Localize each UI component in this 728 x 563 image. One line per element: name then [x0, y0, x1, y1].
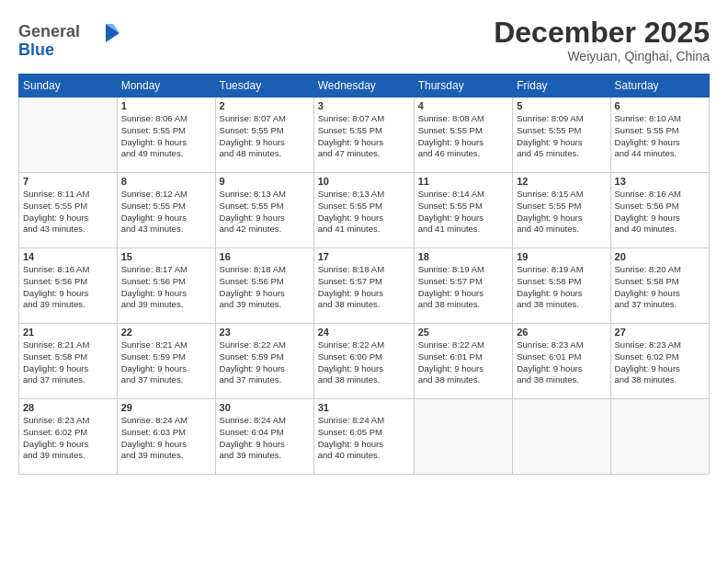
day-info: Sunrise: 8:16 AM Sunset: 5:56 PM Dayligh… [23, 264, 113, 311]
day-number: 9 [220, 176, 310, 187]
weekday-header: Tuesday [215, 75, 313, 98]
calendar-cell: 26 Sunrise: 8:23 AM Sunset: 6:01 PM Dayl… [513, 324, 610, 399]
day-number: 27 [615, 327, 705, 338]
day-number: 3 [318, 100, 410, 111]
day-info: Sunrise: 8:07 AM Sunset: 5:55 PM Dayligh… [220, 113, 310, 160]
day-info: Sunrise: 8:07 AM Sunset: 5:55 PM Dayligh… [318, 113, 410, 160]
calendar-cell: 5 Sunrise: 8:09 AM Sunset: 5:55 PM Dayli… [513, 98, 610, 173]
svg-text:Blue: Blue [18, 40, 54, 59]
calendar-cell: 14 Sunrise: 8:16 AM Sunset: 5:56 PM Dayl… [19, 248, 118, 324]
day-number: 26 [517, 327, 606, 338]
calendar-cell: 22 Sunrise: 8:21 AM Sunset: 5:59 PM Dayl… [117, 324, 215, 399]
day-number: 4 [418, 100, 509, 111]
calendar-cell: 17 Sunrise: 8:18 AM Sunset: 5:57 PM Dayl… [313, 248, 414, 324]
calendar-cell: 21 Sunrise: 8:21 AM Sunset: 5:58 PM Dayl… [19, 324, 118, 399]
day-info: Sunrise: 8:24 AM Sunset: 6:03 PM Dayligh… [121, 415, 211, 462]
calendar-cell: 13 Sunrise: 8:16 AM Sunset: 5:56 PM Dayl… [610, 173, 709, 248]
day-info: Sunrise: 8:19 AM Sunset: 5:58 PM Dayligh… [517, 264, 606, 311]
header: General Blue December 2025 Weiyuan, Qing… [18, 17, 710, 64]
day-info: Sunrise: 8:20 AM Sunset: 5:58 PM Dayligh… [615, 264, 705, 311]
calendar-cell: 11 Sunrise: 8:14 AM Sunset: 5:55 PM Dayl… [414, 173, 513, 248]
day-info: Sunrise: 8:23 AM Sunset: 6:02 PM Dayligh… [615, 339, 705, 386]
day-number: 22 [121, 327, 211, 338]
day-info: Sunrise: 8:06 AM Sunset: 5:55 PM Dayligh… [121, 113, 211, 160]
calendar-cell: 20 Sunrise: 8:20 AM Sunset: 5:58 PM Dayl… [610, 248, 709, 324]
day-number: 17 [318, 251, 410, 262]
day-number: 2 [220, 100, 310, 111]
day-number: 19 [517, 251, 606, 262]
day-number: 13 [615, 176, 705, 187]
weekday-header: Wednesday [313, 75, 414, 98]
calendar-cell: 28 Sunrise: 8:23 AM Sunset: 6:02 PM Dayl… [19, 399, 118, 475]
day-info: Sunrise: 8:16 AM Sunset: 5:56 PM Dayligh… [615, 189, 705, 236]
day-info: Sunrise: 8:13 AM Sunset: 5:55 PM Dayligh… [220, 189, 310, 236]
day-info: Sunrise: 8:23 AM Sunset: 6:02 PM Dayligh… [23, 415, 113, 462]
day-info: Sunrise: 8:14 AM Sunset: 5:55 PM Dayligh… [418, 189, 509, 236]
day-info: Sunrise: 8:10 AM Sunset: 5:55 PM Dayligh… [615, 113, 705, 160]
calendar-week-row: 1 Sunrise: 8:06 AM Sunset: 5:55 PM Dayli… [19, 98, 710, 173]
day-info: Sunrise: 8:19 AM Sunset: 5:57 PM Dayligh… [418, 264, 509, 311]
day-number: 15 [121, 251, 211, 262]
calendar-cell: 24 Sunrise: 8:22 AM Sunset: 6:00 PM Dayl… [313, 324, 414, 399]
calendar-cell [19, 98, 118, 173]
title-block: December 2025 Weiyuan, Qinghai, China [494, 17, 710, 63]
day-number: 23 [220, 327, 310, 338]
calendar-cell: 30 Sunrise: 8:24 AM Sunset: 6:04 PM Dayl… [215, 399, 313, 475]
day-info: Sunrise: 8:21 AM Sunset: 5:58 PM Dayligh… [23, 339, 113, 386]
calendar-cell: 9 Sunrise: 8:13 AM Sunset: 5:55 PM Dayli… [215, 173, 313, 248]
day-info: Sunrise: 8:23 AM Sunset: 6:01 PM Dayligh… [517, 339, 606, 386]
calendar-cell: 1 Sunrise: 8:06 AM Sunset: 5:55 PM Dayli… [117, 98, 215, 173]
day-info: Sunrise: 8:22 AM Sunset: 6:01 PM Dayligh… [418, 339, 509, 386]
calendar-cell: 19 Sunrise: 8:19 AM Sunset: 5:58 PM Dayl… [513, 248, 610, 324]
calendar-week-row: 28 Sunrise: 8:23 AM Sunset: 6:02 PM Dayl… [19, 399, 710, 475]
day-number: 16 [220, 251, 310, 262]
day-number: 29 [121, 402, 211, 413]
day-number: 1 [121, 100, 211, 111]
calendar-cell: 10 Sunrise: 8:13 AM Sunset: 5:55 PM Dayl… [313, 173, 414, 248]
calendar-body: 1 Sunrise: 8:06 AM Sunset: 5:55 PM Dayli… [19, 98, 710, 475]
location-subtitle: Weiyuan, Qinghai, China [494, 49, 710, 63]
calendar-cell: 15 Sunrise: 8:17 AM Sunset: 5:56 PM Dayl… [117, 248, 215, 324]
day-info: Sunrise: 8:18 AM Sunset: 5:56 PM Dayligh… [220, 264, 310, 311]
day-number: 14 [23, 251, 113, 262]
day-number: 31 [318, 402, 410, 413]
day-info: Sunrise: 8:13 AM Sunset: 5:55 PM Dayligh… [318, 189, 410, 236]
svg-text:General: General [18, 22, 80, 40]
day-info: Sunrise: 8:15 AM Sunset: 5:55 PM Dayligh… [517, 189, 606, 236]
day-info: Sunrise: 8:09 AM Sunset: 5:55 PM Dayligh… [517, 113, 606, 160]
calendar-week-row: 7 Sunrise: 8:11 AM Sunset: 5:55 PM Dayli… [19, 173, 710, 248]
calendar-cell: 25 Sunrise: 8:22 AM Sunset: 6:01 PM Dayl… [414, 324, 513, 399]
calendar-cell: 4 Sunrise: 8:08 AM Sunset: 5:55 PM Dayli… [414, 98, 513, 173]
calendar-cell: 8 Sunrise: 8:12 AM Sunset: 5:55 PM Dayli… [117, 173, 215, 248]
calendar-cell: 16 Sunrise: 8:18 AM Sunset: 5:56 PM Dayl… [215, 248, 313, 324]
calendar-table: SundayMondayTuesdayWednesdayThursdayFrid… [18, 74, 710, 475]
weekday-header: Sunday [19, 75, 118, 98]
calendar-cell: 3 Sunrise: 8:07 AM Sunset: 5:55 PM Dayli… [313, 98, 414, 173]
day-number: 30 [220, 402, 310, 413]
day-number: 18 [418, 251, 509, 262]
day-number: 5 [517, 100, 606, 111]
day-info: Sunrise: 8:22 AM Sunset: 5:59 PM Dayligh… [220, 339, 310, 386]
calendar-cell: 12 Sunrise: 8:15 AM Sunset: 5:55 PM Dayl… [513, 173, 610, 248]
day-info: Sunrise: 8:22 AM Sunset: 6:00 PM Dayligh… [318, 339, 410, 386]
calendar-cell [414, 399, 513, 475]
calendar-cell: 31 Sunrise: 8:24 AM Sunset: 6:05 PM Dayl… [313, 399, 414, 475]
calendar-cell: 6 Sunrise: 8:10 AM Sunset: 5:55 PM Dayli… [610, 98, 709, 173]
day-info: Sunrise: 8:24 AM Sunset: 6:05 PM Dayligh… [318, 415, 410, 462]
day-info: Sunrise: 8:17 AM Sunset: 5:56 PM Dayligh… [121, 264, 211, 311]
day-info: Sunrise: 8:08 AM Sunset: 5:55 PM Dayligh… [418, 113, 509, 160]
calendar-cell: 2 Sunrise: 8:07 AM Sunset: 5:55 PM Dayli… [215, 98, 313, 173]
day-info: Sunrise: 8:24 AM Sunset: 6:04 PM Dayligh… [220, 415, 310, 462]
day-info: Sunrise: 8:21 AM Sunset: 5:59 PM Dayligh… [121, 339, 211, 386]
logo-icon: General Blue [18, 17, 119, 61]
calendar-cell [610, 399, 709, 475]
day-number: 6 [615, 100, 705, 111]
weekday-header: Saturday [610, 75, 709, 98]
page: General Blue December 2025 Weiyuan, Qing… [0, 0, 728, 563]
day-number: 11 [418, 176, 509, 187]
month-title: December 2025 [494, 17, 710, 49]
logo: General Blue [18, 17, 119, 64]
day-info: Sunrise: 8:18 AM Sunset: 5:57 PM Dayligh… [318, 264, 410, 311]
day-number: 28 [23, 402, 113, 413]
calendar-cell: 29 Sunrise: 8:24 AM Sunset: 6:03 PM Dayl… [117, 399, 215, 475]
